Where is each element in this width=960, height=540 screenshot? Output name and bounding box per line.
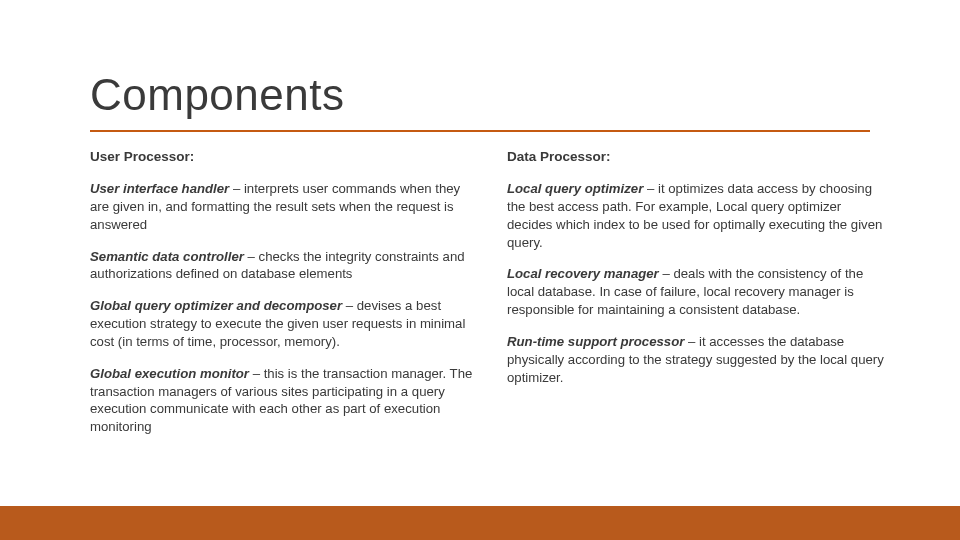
list-item: Local query optimizer – it optimizes dat…	[507, 180, 890, 251]
list-item: Global query optimizer and decomposer – …	[90, 297, 473, 350]
term-label: Run-time support processor	[507, 334, 684, 349]
left-column: User Processor: User interface handler –…	[90, 148, 473, 450]
list-item: Local recovery manager – deals with the …	[507, 265, 890, 318]
term-label: User interface handler	[90, 181, 229, 196]
list-item: Semantic data controller – checks the in…	[90, 248, 473, 284]
content-columns: User Processor: User interface handler –…	[90, 148, 890, 450]
right-column: Data Processor: Local query optimizer – …	[507, 148, 890, 450]
right-column-heading: Data Processor:	[507, 148, 890, 166]
left-column-heading: User Processor:	[90, 148, 473, 166]
title-underline	[90, 130, 870, 132]
slide-title: Components	[90, 70, 344, 120]
slide: Components User Processor: User interfac…	[0, 0, 960, 540]
term-label: Global query optimizer and decomposer	[90, 298, 342, 313]
term-label: Local query optimizer	[507, 181, 643, 196]
list-item: Run-time support processor – it accesses…	[507, 333, 890, 386]
bottom-accent-bar	[0, 506, 960, 540]
list-item: Global execution monitor – this is the t…	[90, 365, 473, 436]
term-label: Semantic data controller	[90, 249, 244, 264]
term-label: Global execution monitor	[90, 366, 249, 381]
term-label: Local recovery manager	[507, 266, 659, 281]
list-item: User interface handler – interprets user…	[90, 180, 473, 233]
